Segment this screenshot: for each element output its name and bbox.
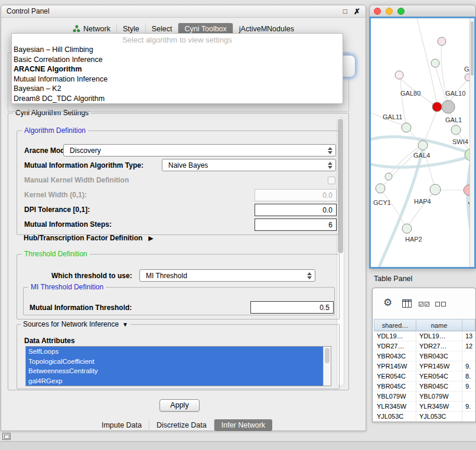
cell: 9. [462,402,475,411]
kernel-width-field[interactable]: 0.0 [255,189,337,201]
node-hap2[interactable] [402,224,412,233]
label-swi4: SWI4 [452,138,468,145]
cell [462,392,475,401]
algorithm-option[interactable]: Bayesian – Hill Climbing [12,45,343,55]
window-bottom-edge [0,441,476,450]
mi-steps-field[interactable]: 6 [255,219,337,231]
mi-threshold-label: Mutual Information Threshold: [30,304,132,312]
table-row[interactable]: YLR345W YLR345W 9. [374,402,475,412]
collapse-arrow-icon[interactable]: ▼ [122,321,128,328]
columns-icon[interactable] [402,299,412,308]
column-header-shared-name[interactable]: shared… [374,319,416,331]
node-red-highlight[interactable] [432,102,442,112]
zoom-traffic-light[interactable] [397,8,405,15]
cell: 8. [462,371,475,381]
table-row[interactable]: YER054C YER054C 8. [374,371,475,381]
expand-arrow-icon[interactable]: ▶ [148,234,153,242]
network-scrollbar[interactable] [470,18,474,267]
node-unlabeled[interactable] [395,71,403,79]
gear-icon[interactable]: ⚙ [383,298,392,308]
node-unlabeled[interactable] [431,59,439,67]
list-item-selected[interactable]: SelfLoops [26,347,323,357]
dpi-tolerance-field[interactable]: 0.0 [255,204,337,216]
application-window: Control Panel □ ✗ Network Style Select C… [0,0,476,450]
tab-infer-network[interactable]: Infer Network [214,419,272,431]
tab-discretize-data[interactable]: Discretize Data [149,419,214,431]
node-unlabeled[interactable] [438,37,446,45]
network-window-titlebar[interactable] [369,5,476,17]
network-canvas[interactable]: GAL80 GAL10 GAL GAL11 GAL1 SWI4 GAL4 GCY… [371,18,474,267]
which-threshold-select[interactable]: MI Threshold [139,269,315,282]
node-gal4[interactable] [418,141,428,150]
node-gal10[interactable] [442,100,455,113]
column-header-name[interactable]: name [416,319,462,331]
node-gal1[interactable] [451,125,461,135]
cell: YJL053C [374,412,416,421]
close-icon[interactable]: ✗ [354,7,360,16]
algorithm-option[interactable]: Basic Correlation Inference [12,55,343,65]
label-gal10: GAL10 [445,90,465,97]
cell: YBR043C [374,351,416,361]
tab-label: Network [83,25,110,33]
node-hap4[interactable] [430,184,441,195]
tab-label: Select [152,25,172,33]
empty-box-icon [441,302,446,306]
cell: YDL19… [374,331,416,341]
label-gal11: GAL11 [383,113,402,120]
cell: YDR27… [416,341,462,351]
table-row[interactable]: YDR27… YDR27… 12 [374,341,475,351]
aracne-mode-select[interactable]: Discovery [63,144,336,156]
algorithm-option[interactable]: Mutual Information Inference [12,74,343,84]
control-panel: Control Panel □ ✗ Network Style Select C… [1,5,366,431]
algorithm-option[interactable]: Bayesian – K2 [12,84,343,94]
selected-value: Naive Bayes [168,161,208,169]
algorithm-definition-group: Algorithm Definition Aracne Mode: Discov… [17,131,340,235]
control-panel-titlebar[interactable]: Control Panel □ ✗ [1,5,366,18]
label-gal1: GAL1 [445,116,462,123]
manual-kernel-width-checkbox[interactable] [328,177,335,184]
table-panel-title: Table Panel [374,275,412,283]
table-row[interactable]: YBR045C YBR045C 9. [374,381,475,392]
sources-header[interactable]: Sources for Network Inference ▼ [21,320,131,328]
column-header-clipped[interactable] [462,319,475,331]
table-row[interactable]: YJL053C YJL053C [374,412,475,422]
node-gcy1[interactable] [376,184,385,193]
table-row[interactable]: YPR145W YPR145W 9. [374,361,475,371]
select-all-icon[interactable]: ✓ ✓ [419,302,429,306]
close-traffic-light[interactable] [374,8,381,15]
list-scrollbar[interactable] [323,347,331,386]
node-unlabeled[interactable] [385,173,392,180]
algorithm-option[interactable]: Dream8 DC_TDC Algorithm [12,94,343,104]
node-gal11[interactable] [402,123,411,132]
mi-steps-label: Mutual Information Steps: [24,220,112,229]
tab-impute-data[interactable]: Impute Data [94,419,149,431]
mi-algorithm-type-select[interactable]: Naive Bayes [162,159,336,171]
tab-label: jActiveMNodules [239,25,294,33]
list-item-selected[interactable]: BetweennessCentrality [26,366,323,376]
data-attributes-list[interactable]: SelfLoops TopologicalCoefficient Between… [25,346,331,386]
apply-button[interactable]: Apply [159,399,200,412]
sources-group: Sources for Network Inference ▼ Data Att… [17,324,340,389]
hub-tf-definition-section[interactable]: Hub/Transcription Factor Definition ▶ [24,234,154,242]
label-gal4: GAL4 [413,152,430,159]
minimize-traffic-light[interactable] [386,8,393,15]
algorithm-option-selected[interactable]: ARACNE Algorithm [12,64,343,74]
list-item-selected[interactable]: gal4RGexp [26,376,323,386]
table-row[interactable]: YBR043C YBR043C [374,351,475,361]
cell: YJL053C [416,412,462,421]
float-window-icon[interactable]: □ [343,7,347,15]
threshold-definition-title: Threshold Definition [22,250,90,258]
combo-arrows-icon [328,162,332,169]
table-row[interactable]: YDL19… YDL19… 13 [374,331,475,341]
scrollbar-thumb[interactable] [471,21,474,76]
clear-selection-icon[interactable] [435,302,446,306]
table-header-row: shared… name [374,319,475,331]
table-row[interactable]: YBL079W YBL079W [374,392,475,402]
scrollbar-thumb[interactable] [325,348,330,363]
mi-threshold-field[interactable]: 0.5 [250,301,334,314]
restore-panel-icon[interactable] [2,433,11,440]
cell: 12 [462,341,475,351]
cell: YBL079W [374,392,416,401]
list-item-selected[interactable]: TopologicalCoefficient [26,357,323,367]
bottom-tab-bar: Impute Data Discretize Data Infer Networ… [1,418,366,432]
